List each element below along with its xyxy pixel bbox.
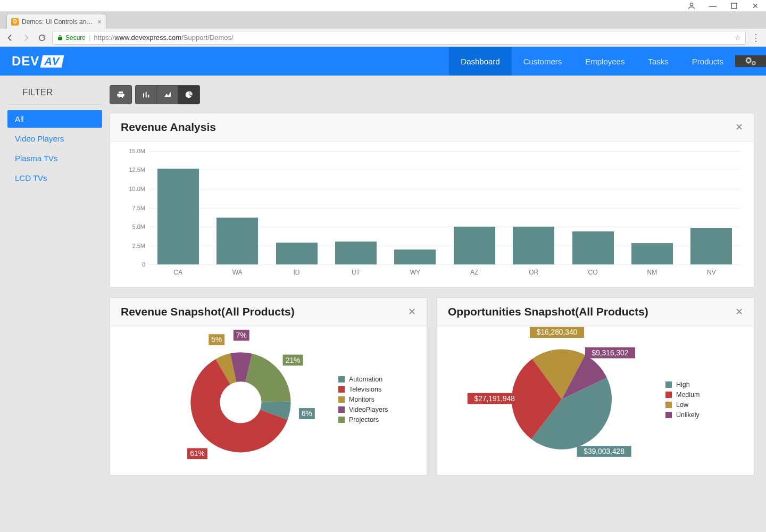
nav-item-customers[interactable]: Customers — [512, 47, 574, 76]
chart-toolbar — [110, 85, 754, 104]
close-window-icon[interactable]: ✕ — [751, 2, 760, 10]
reload-button[interactable] — [36, 32, 48, 44]
revenue-doughnut-chart: 5%7%21%6%61% — [119, 314, 338, 485]
chart-callout: 21% — [286, 356, 301, 364]
back-button[interactable] — [4, 32, 16, 44]
bar[interactable] — [454, 227, 495, 264]
maximize-icon[interactable] — [730, 3, 738, 9]
x-axis-label: NV — [707, 269, 716, 276]
y-axis-label: 5.0M — [122, 223, 145, 230]
window-titlebar: — ✕ — [0, 0, 766, 12]
bar[interactable] — [217, 218, 258, 264]
filter-list: AllVideo PlayersPlasma TVsLCD TVs — [0, 110, 110, 187]
card-revenue-snapshot: Revenue Snapshot(All Products) ✕ 5%7%21%… — [110, 297, 427, 476]
logo-dev: DEV — [12, 54, 39, 69]
legend-item[interactable]: VideoPlayers — [338, 406, 418, 413]
legend-label: Televisions — [349, 386, 381, 393]
filter-item[interactable]: LCD TVs — [7, 169, 102, 187]
legend-item[interactable]: Projectors — [338, 416, 418, 423]
legend-label: High — [676, 381, 690, 388]
chart-callout: 7% — [236, 331, 247, 339]
bar[interactable] — [335, 242, 377, 264]
chart-callout: 6% — [302, 410, 312, 418]
main-nav: DashboardCustomersEmployeesTasksProducts — [449, 47, 735, 76]
card-opportunities-snapshot: Opportunities Snapshot(All Products) ✕ $… — [437, 297, 754, 476]
filter-item[interactable]: Video Players — [7, 130, 102, 147]
legend-swatch-icon — [665, 412, 672, 418]
app-header: DEV AV DashboardCustomersEmployeesTasksP… — [0, 47, 766, 76]
y-axis-label: 12.5M — [122, 167, 145, 173]
url-text: https://www.devexpress.com/Support/Demos… — [94, 34, 233, 41]
bar-chart-button[interactable] — [136, 86, 157, 104]
user-account-icon[interactable] — [687, 2, 696, 10]
card-close-icon[interactable]: ✕ — [408, 306, 416, 318]
x-axis-label: WY — [410, 269, 420, 276]
card-revenue-analysis: Revenue Analysis ✕ 02.5M5.0M7.5M10.0M12.… — [110, 113, 754, 288]
browser-tabstrip: D Demos: UI Controls and F × — [0, 12, 766, 29]
browser-toolbar: Secure | https://www.devexpress.com/Supp… — [0, 29, 766, 47]
filter-item[interactable]: All — [7, 110, 102, 128]
x-axis-label: UT — [352, 269, 360, 276]
chart-callout: 61% — [190, 450, 205, 458]
tab-close-icon[interactable]: × — [97, 18, 102, 26]
bar[interactable] — [157, 169, 199, 264]
legend-item[interactable]: Unlikely — [665, 411, 745, 419]
svg-point-4 — [753, 62, 754, 64]
opportunities-legend: HighMediumLowUnlikely — [665, 378, 745, 421]
browser-menu-icon[interactable]: ⋮ — [750, 34, 762, 41]
x-axis-label: CA — [173, 269, 182, 276]
bar[interactable] — [631, 243, 673, 264]
nav-item-tasks[interactable]: Tasks — [636, 47, 680, 76]
legend-item[interactable]: Medium — [665, 391, 745, 398]
legend-item[interactable]: Televisions — [338, 386, 418, 393]
legend-label: Projectors — [349, 416, 379, 423]
legend-label: VideoPlayers — [349, 406, 388, 413]
legend-label: Automation — [349, 376, 382, 383]
legend-label: Monitors — [349, 396, 374, 403]
address-bar[interactable]: Secure | https://www.devexpress.com/Supp… — [52, 31, 746, 45]
print-button[interactable] — [110, 86, 131, 104]
bar[interactable] — [513, 227, 554, 264]
legend-item[interactable]: Low — [665, 401, 745, 409]
filter-sidebar: FILTER AllVideo PlayersPlasma TVsLCD TVs — [0, 76, 110, 485]
settings-button[interactable] — [735, 55, 766, 67]
bar[interactable] — [690, 228, 732, 264]
x-axis-label: OR — [529, 269, 538, 276]
revenue-legend: AutomationTelevisionsMonitorsVideoPlayer… — [338, 373, 418, 426]
legend-swatch-icon — [338, 376, 345, 383]
forward-button[interactable] — [20, 32, 32, 44]
bar[interactable] — [394, 250, 436, 264]
legend-swatch-icon — [665, 402, 672, 408]
nav-item-dashboard[interactable]: Dashboard — [449, 47, 511, 76]
browser-tab[interactable]: D Demos: UI Controls and F × — [6, 14, 106, 29]
y-axis-label: 15.0M — [122, 148, 145, 154]
chart-callout: $16,280,340 — [537, 329, 578, 337]
legend-swatch-icon — [665, 392, 672, 398]
legend-swatch-icon — [338, 406, 345, 413]
legend-swatch-icon — [338, 417, 345, 423]
nav-item-employees[interactable]: Employees — [573, 47, 636, 76]
y-axis-label: 0 — [122, 261, 145, 268]
area-chart-button[interactable] — [157, 86, 178, 104]
secure-badge: Secure — [57, 34, 86, 41]
bar[interactable] — [276, 243, 318, 264]
legend-item[interactable]: Monitors — [338, 396, 418, 403]
chart-callout: $27,191,948 — [474, 395, 515, 403]
filter-heading: FILTER — [7, 87, 102, 105]
x-axis-label: AZ — [470, 269, 478, 276]
card-close-icon[interactable]: ✕ — [735, 306, 743, 318]
minimize-icon[interactable]: — — [709, 2, 717, 10]
bookmark-star-icon[interactable]: ☆ — [735, 34, 741, 41]
favicon-icon: D — [11, 18, 19, 26]
svg-point-3 — [747, 59, 750, 62]
app-logo[interactable]: DEV AV — [0, 54, 63, 69]
legend-item[interactable]: Automation — [338, 376, 418, 383]
pie-chart-button[interactable] — [178, 86, 199, 104]
filter-item[interactable]: Plasma TVs — [7, 149, 102, 167]
legend-item[interactable]: High — [665, 381, 745, 388]
nav-item-products[interactable]: Products — [680, 47, 735, 76]
bar[interactable] — [572, 231, 614, 264]
legend-label: Medium — [676, 391, 700, 398]
revenue-bar-chart: 02.5M5.0M7.5M10.0M12.5M15.0MCAWAIDUTWYAZ… — [119, 147, 745, 280]
card-close-icon[interactable]: ✕ — [735, 121, 743, 133]
